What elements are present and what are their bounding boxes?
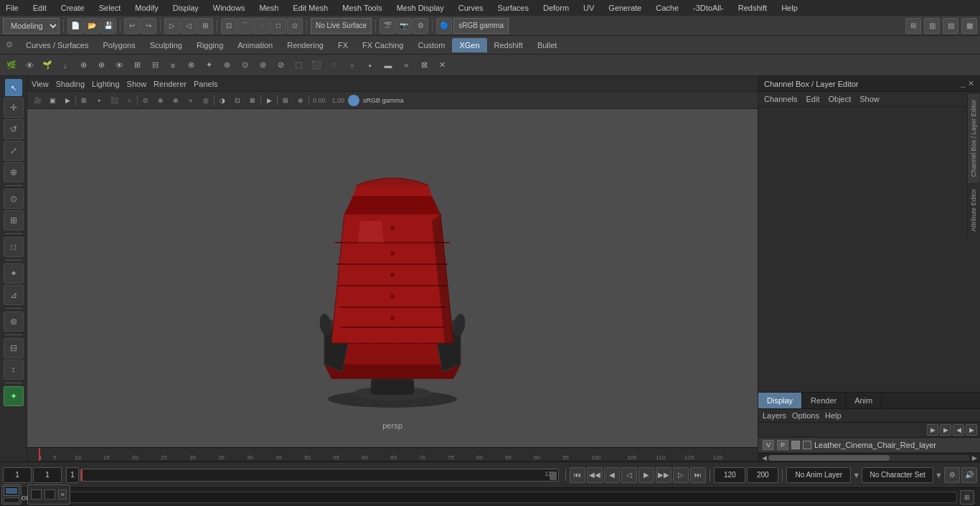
pb-audio-btn[interactable]: 🔊 <box>961 467 977 483</box>
tab-xgen[interactable]: XGen <box>452 38 486 52</box>
snap-surface-btn[interactable]: ⊙ <box>287 18 303 34</box>
range-start-field[interactable]: 1 <box>33 467 62 483</box>
xgen-btn-14[interactable]: ⊙ <box>236 57 253 74</box>
char-set-down-icon[interactable]: ▼ <box>935 471 943 479</box>
rotate-tool-btn[interactable]: ↺ <box>4 119 24 139</box>
lasso-btn[interactable]: ⊞ <box>4 210 24 230</box>
vp-dof-btn[interactable]: ◎ <box>199 93 213 108</box>
time-slider[interactable]: 1 120 <box>66 467 559 483</box>
vp-shadow-btn[interactable]: ⊙ <box>138 93 153 108</box>
layer-arrow-right-2[interactable]: ▶ <box>940 424 951 436</box>
vp-hud-btn[interactable]: ⊠ <box>245 93 260 108</box>
time-slider-track[interactable]: 120 <box>80 469 559 482</box>
open-scene-btn[interactable]: 📂 <box>84 18 100 34</box>
menu-edit-mesh[interactable]: Edit Mesh <box>290 2 331 14</box>
layout-btn-4[interactable]: ▦ <box>961 18 977 34</box>
xgen-btn-6[interactable]: ⊕ <box>93 57 110 74</box>
tab-display[interactable]: Display <box>758 393 802 408</box>
object-menu-item[interactable]: Object <box>828 95 851 103</box>
gamma-display-btn[interactable]: 🔵 <box>436 18 452 34</box>
edit-menu-item[interactable]: Edit <box>806 95 819 103</box>
viewport-menu-lighting[interactable]: Lighting <box>92 80 120 88</box>
menu-mesh[interactable]: Mesh <box>256 2 281 14</box>
xgen-btn-3[interactable]: 🌱 <box>39 57 56 74</box>
layer-scroll-left[interactable]: ◀ <box>760 454 768 462</box>
layer-arrow-right-3[interactable]: ▶ <box>966 424 977 436</box>
snap-grid-btn[interactable]: ⊡ <box>221 18 237 34</box>
xgen-btn-9[interactable]: ⊟ <box>146 57 164 74</box>
ipr-render-btn[interactable]: 📷 <box>396 18 412 34</box>
xgen-misc-6[interactable]: ▬ <box>380 57 397 74</box>
menu-create[interactable]: Create <box>58 2 88 14</box>
vp-ambient-btn[interactable]: ⊕ <box>154 93 168 108</box>
xgen-btn-8[interactable]: ⊞ <box>128 57 146 74</box>
tab-rigging[interactable]: Rigging <box>189 38 230 52</box>
xgen-misc-3[interactable]: ◾ <box>326 57 343 74</box>
vp-camera-set-btn[interactable]: ⊕ <box>293 93 308 108</box>
vp-play-btn[interactable]: ▶ <box>262 93 276 108</box>
menu-file[interactable]: File <box>3 2 22 14</box>
xgen-misc-7[interactable]: ≈ <box>397 57 415 74</box>
render-settings-btn[interactable]: ⚙ <box>413 18 428 34</box>
select-tool-btn[interactable]: ↖ <box>5 79 22 96</box>
menu-mesh-tools[interactable]: Mesh Tools <box>339 2 385 14</box>
python-input[interactable] <box>36 492 957 503</box>
artisan-btn[interactable]: ✦ <box>4 263 24 284</box>
menu-help[interactable]: Help <box>778 2 801 14</box>
layer-visibility-btn[interactable]: V <box>763 440 774 450</box>
layer-scroll-right[interactable]: ▶ <box>970 454 979 462</box>
save-scene-btn[interactable]: 💾 <box>100 18 116 34</box>
xgen-misc-8[interactable]: ⊠ <box>415 57 433 74</box>
console-window-btn[interactable] <box>1 484 22 505</box>
attribute-editor-tab[interactable]: Attribute Editor <box>968 183 979 238</box>
current-frame-field[interactable]: 1 <box>3 467 32 483</box>
xgen-misc-2[interactable]: ⬛ <box>308 57 325 74</box>
xgen-btn-10[interactable]: ≡ <box>164 57 182 74</box>
soft-select-btn[interactable]: ⊙ <box>4 189 24 209</box>
pb-go-start-btn[interactable]: ⏮ <box>570 467 585 483</box>
max-range-field[interactable]: 200 <box>747 467 778 483</box>
menu-uv[interactable]: UV <box>580 2 597 14</box>
xgen-misc-4[interactable]: ▫ <box>344 57 361 74</box>
vp-motion-blur-btn[interactable]: ≈ <box>184 93 198 108</box>
xgen-btn-11[interactable]: ⊗ <box>182 57 199 74</box>
xgen-misc-1[interactable]: ⬚ <box>290 57 307 74</box>
viewport-canvas[interactable]: persp <box>27 109 758 447</box>
mini-win-close-btn[interactable]: ✕ <box>58 489 67 500</box>
show-menu-item[interactable]: Show <box>859 95 880 103</box>
menu-3dtall[interactable]: -3DtoAll- <box>690 2 727 14</box>
menu-deform[interactable]: Deform <box>540 2 572 14</box>
xgen-btn-1[interactable]: 🌿 <box>3 57 20 74</box>
render-btn[interactable]: 🎬 <box>380 18 395 34</box>
select-by-component-btn[interactable]: ⊞ <box>197 18 213 34</box>
pb-next-frame-btn[interactable]: ▷ <box>673 467 689 483</box>
tab-fx-caching[interactable]: FX Caching <box>355 38 410 52</box>
menu-generate[interactable]: Generate <box>606 2 644 14</box>
viewport-menu-view[interactable]: View <box>32 80 49 88</box>
layer-type-swatch[interactable] <box>803 441 811 449</box>
mode-dropdown[interactable]: Modeling <box>3 18 60 34</box>
layout-btn-2[interactable]: ▥ <box>924 18 940 34</box>
menu-modify[interactable]: Modify <box>132 2 161 14</box>
right-panel-close-btn[interactable]: ✕ <box>968 79 974 88</box>
tab-animation[interactable]: Animation <box>230 38 280 52</box>
menu-curves[interactable]: Curves <box>456 2 486 14</box>
anim-layer-dropdown[interactable]: No Anim Layer <box>786 467 851 483</box>
tab-custom[interactable]: Custom <box>411 38 453 52</box>
mini-win-btn-1[interactable] <box>31 489 42 500</box>
xgen-btn-13[interactable]: ⊛ <box>218 57 235 74</box>
help-menu[interactable]: Help <box>825 411 842 420</box>
snap-view-btn[interactable]: □ <box>270 18 286 34</box>
viewport-menu-panels[interactable]: Panels <box>194 80 218 88</box>
pb-settings-btn[interactable]: ⚙ <box>944 467 960 483</box>
show-manipulator-btn[interactable]: ⊛ <box>4 311 24 332</box>
live-surface-btn[interactable]: No Live Surface <box>311 18 372 34</box>
vp-wireframe-btn[interactable]: ⊞ <box>77 93 91 108</box>
vp-ao-btn[interactable]: ⊗ <box>169 93 183 108</box>
vp-xray-btn[interactable]: ▫ <box>122 93 136 108</box>
vp-film-btn[interactable]: ▣ <box>45 93 60 108</box>
menu-redshift[interactable]: Redshift <box>735 2 770 14</box>
vp-grid-btn[interactable]: ▶ <box>60 93 75 108</box>
layer-scrollbar[interactable]: ◀ ▶ <box>758 453 980 462</box>
redo-btn[interactable]: ↪ <box>141 18 156 34</box>
